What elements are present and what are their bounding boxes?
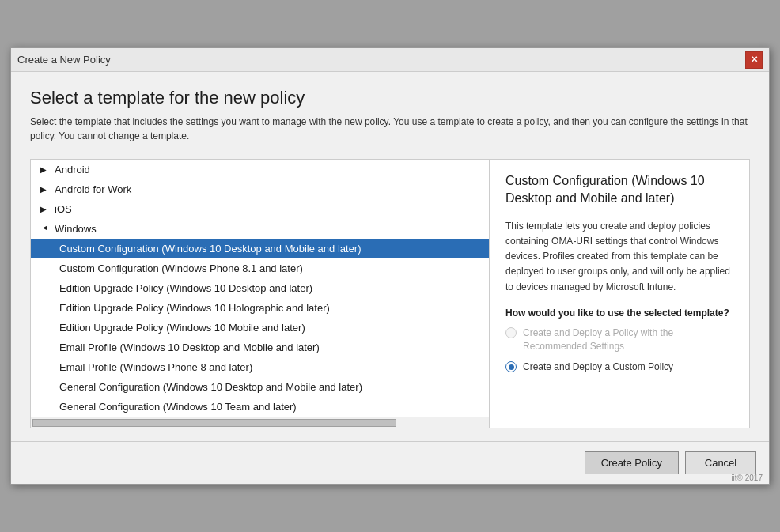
radio-item[interactable]: Create and Deploy a Custom Policy xyxy=(505,360,733,374)
list-item[interactable]: ▶Android for Work xyxy=(31,179,489,199)
list-item[interactable]: Email Profile (Windows Phone 8 and later… xyxy=(31,357,489,377)
list-item[interactable]: Custom Configuration (Windows Phone 8.1 … xyxy=(31,258,489,278)
list-item-label: Email Profile (Windows 10 Desktop and Mo… xyxy=(59,341,320,353)
list-item-label: Email Profile (Windows Phone 8 and later… xyxy=(59,361,252,373)
create-policy-button[interactable]: Create Policy xyxy=(585,451,679,474)
watermark: iit© 2017 xyxy=(731,474,763,482)
list-item[interactable]: ▶iOS xyxy=(31,199,489,219)
tree-arrow-icon: ▶ xyxy=(40,185,50,194)
list-item[interactable]: Custom Configuration (Windows 10 Desktop… xyxy=(31,239,489,258)
cancel-button[interactable]: Cancel xyxy=(685,451,756,474)
dialog-header: Select a template for the new policy Sel… xyxy=(30,88,750,143)
list-item[interactable]: General Configuration (Windows 10 Deskto… xyxy=(31,377,489,397)
radio-unchecked-icon xyxy=(505,327,517,338)
list-item[interactable]: Edition Upgrade Policy (Windows 10 Deskt… xyxy=(31,278,489,298)
list-item-label: Custom Configuration (Windows 10 Desktop… xyxy=(59,243,362,255)
list-item-label: Edition Upgrade Policy (Windows 10 Mobil… xyxy=(59,322,305,334)
horizontal-scrollbar[interactable] xyxy=(31,417,489,428)
list-item-label: Android xyxy=(55,164,90,175)
list-item-label: Edition Upgrade Policy (Windows 10 Holog… xyxy=(59,302,330,314)
footer: Create Policy Cancel iit© 2017 xyxy=(11,441,769,484)
list-item[interactable]: Edition Upgrade Policy (Windows 10 Holog… xyxy=(31,298,489,318)
list-item-label: iOS xyxy=(55,203,72,215)
close-button[interactable]: ✕ xyxy=(745,51,763,69)
title-bar: Create a New Policy ✕ xyxy=(11,48,769,72)
page-description: Select the template that includes the se… xyxy=(30,115,750,143)
radio-label: Create and Deploy a Custom Policy xyxy=(523,360,673,374)
dialog-title: Create a New Policy xyxy=(17,54,111,66)
radio-group: Create and Deploy a Policy with the Reco… xyxy=(505,326,733,374)
radio-label: Create and Deploy a Policy with the Reco… xyxy=(523,326,733,353)
dialog-body: Select a template for the new policy Sel… xyxy=(11,72,769,441)
template-description: This template lets you create and deploy… xyxy=(505,219,733,295)
h-scroll-thumb xyxy=(32,419,396,427)
list-item[interactable]: ▶Android xyxy=(31,160,489,179)
tree-arrow-icon: ▶ xyxy=(40,205,50,213)
how-to-use-label: How would you like to use the selected t… xyxy=(505,308,733,319)
list-item-label: Custom Configuration (Windows Phone 8.1 … xyxy=(59,262,303,274)
list-item-label: Windows xyxy=(55,223,97,235)
radio-item[interactable]: Create and Deploy a Policy with the Reco… xyxy=(505,326,733,353)
list-item-label: General Configuration (Windows 10 Deskto… xyxy=(59,381,362,393)
left-panel: ▶Android▶Android for Work▶iOS▼WindowsCus… xyxy=(31,160,490,428)
right-panel: Custom Configuration (Windows 10 Desktop… xyxy=(490,160,749,428)
template-list[interactable]: ▶Android▶Android for Work▶iOS▼WindowsCus… xyxy=(31,160,489,417)
list-item[interactable]: Edition Upgrade Policy (Windows 10 Mobil… xyxy=(31,318,489,338)
list-item-label: Android for Work xyxy=(55,183,131,195)
dialog: Create a New Policy ✕ Select a template … xyxy=(10,47,770,485)
tree-arrow-icon: ▼ xyxy=(41,224,50,234)
template-title: Custom Configuration (Windows 10 Desktop… xyxy=(505,172,733,208)
list-item[interactable]: ▼Windows xyxy=(31,219,489,239)
content-area: ▶Android▶Android for Work▶iOS▼WindowsCus… xyxy=(30,159,750,428)
tree-arrow-icon: ▶ xyxy=(40,165,50,174)
radio-checked-icon xyxy=(505,361,517,372)
list-item[interactable]: General Configuration (Windows 10 Team a… xyxy=(31,397,489,417)
list-item[interactable]: Email Profile (Windows 10 Desktop and Mo… xyxy=(31,338,489,357)
list-item-label: General Configuration (Windows 10 Team a… xyxy=(59,401,297,413)
list-item-label: Edition Upgrade Policy (Windows 10 Deskt… xyxy=(59,282,312,294)
page-title: Select a template for the new policy xyxy=(30,88,750,108)
